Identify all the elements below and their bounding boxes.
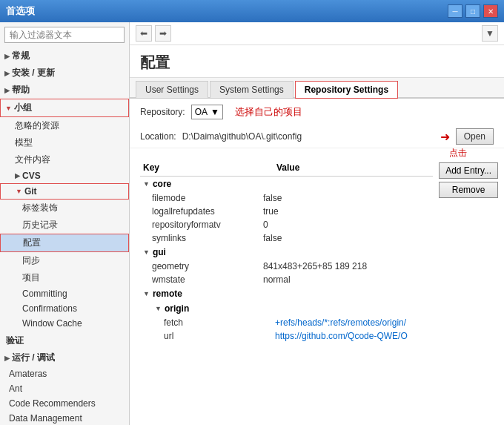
sidebar-item-code-recommenders[interactable]: Code Recommenders [0,396,129,411]
close-button[interactable]: ✕ [483,4,498,18]
row-value: https://github.com/Qcode-QWE/O [275,331,433,341]
row-value: false [263,193,433,203]
sidebar-item-amateras[interactable]: Amateras [0,366,129,381]
dropdown-arrow-icon: ▼ [210,107,219,117]
sidebar-item-config[interactable]: 配置 [0,234,129,252]
dropdown-button[interactable]: ▼ [482,25,498,42]
table-row[interactable]: url https://github.com/Qcode-QWE/O [140,329,433,343]
row-key: geometry [152,261,263,271]
click-hint-row: 点击 [130,147,504,159]
table-row[interactable]: wmstate normal [140,273,433,286]
triangle-icon: ▶ [15,172,20,179]
table-actions: Add Entry... Remove [433,159,498,425]
sidebar-item-yanzheng[interactable]: 验证 [0,332,129,349]
repo-row: Repository: OA ▼ 选择自己的项目 [130,99,504,125]
table-area: Key Value ▼ core filemode false [130,159,504,425]
row-value: 841x483+265+85 189 218 [263,261,433,271]
sidebar-item-install[interactable]: ▶ 安装 / 更新 [0,65,129,82]
sidebar-item-project[interactable]: 项目 [0,269,129,286]
sidebar-item-filecontent[interactable]: 文件内容 [0,151,129,168]
sidebar-item-xiaozu[interactable]: ▼ 小组 [0,99,129,117]
sidebar-scroll: ▶ 常规 ▶ 安装 / 更新 ▶ 帮助 ▼ 小组 忽略的资源 模型 [0,47,129,425]
back-button[interactable]: ⬅ [136,25,152,42]
add-entry-button[interactable]: Add Entry... [439,162,498,179]
triangle-icon: ▶ [4,53,10,60]
repo-select[interactable]: OA ▼ [191,105,223,119]
window-title: 首选项 [6,4,35,18]
filter-input[interactable] [4,27,125,43]
table-scroll: Key Value ▼ core filemode false [140,159,433,425]
tab-repository-settings[interactable]: Repository Settings [295,81,398,99]
sidebar-item-committing[interactable]: Committing [0,286,129,301]
sidebar-item-changgui[interactable]: ▶ 常规 [0,47,129,65]
sidebar-item-git[interactable]: ▼ Git [0,183,129,200]
sidebar-item-confirmations[interactable]: Confirmations [0,301,129,316]
table-row[interactable]: logallrefupdates true [140,205,433,218]
tab-system-settings[interactable]: System Settings [210,81,294,99]
table-row[interactable]: fetch +refs/heads/*:refs/remotes/origin/ [140,316,433,329]
row-value: true [263,206,433,217]
triangle-icon: ▶ [4,87,10,94]
open-button[interactable]: Open [456,128,494,145]
tabs-row: User Settings System Settings Repository… [130,78,504,99]
section-core[interactable]: ▼ core [140,177,433,191]
triangle-icon: ▶ [4,355,10,362]
main-layout: ▶ 常规 ▶ 安装 / 更新 ▶ 帮助 ▼ 小组 忽略的资源 模型 [0,22,504,425]
triangle-icon: ▼ [5,105,12,112]
table-with-actions: Key Value ▼ core filemode false [140,159,498,425]
row-key: filemode [152,193,263,203]
sidebar-item-model[interactable]: 模型 [0,134,129,151]
section-remote[interactable]: ▼ remote [140,286,433,301]
table-row[interactable]: filemode false [140,191,433,205]
row-key: repositoryformatv [152,220,263,230]
row-value: false [263,233,433,243]
location-row: Location: D:\Daima\github\OA\.git\config… [130,125,504,148]
content-area: ⬅ ➡ ▼ 配置 User Settings System Settings R… [130,22,504,425]
tab-user-settings[interactable]: User Settings [136,81,208,99]
triangle-icon: ▼ [16,188,22,195]
section-tri-icon: ▼ [143,180,150,188]
sidebar-item-history[interactable]: 历史记录 [0,217,129,234]
row-value: +refs/heads/*:refs/remotes/origin/ [275,317,433,328]
sidebar-item-cvs[interactable]: ▶ CVS [0,168,129,183]
sidebar-item-window-cache[interactable]: Window Cache [0,316,129,331]
arrow-icon: ➜ [440,130,450,144]
section-origin[interactable]: ▼ origin [140,301,433,316]
minimize-button[interactable]: ─ [448,4,462,18]
repo-label: Repository: [140,107,185,117]
title-bar: 首选项 ─ □ ✕ [0,0,504,22]
row-key: fetch [164,317,275,328]
section-tri-icon: ▼ [155,305,162,312]
toolbar-row: ⬅ ➡ ▼ [130,22,504,45]
content-title: 配置 [130,45,504,78]
window-controls: ─ □ ✕ [448,4,498,18]
location-label: Location: [140,131,176,142]
row-value: 0 [263,220,433,230]
repo-value: OA [195,107,208,117]
row-value: normal [263,274,433,285]
annotation-text: 选择自己的项目 [235,105,302,119]
row-key: symlinks [152,233,263,243]
forward-button[interactable]: ➡ [155,25,171,42]
table-header: Key Value [140,159,433,177]
sidebar-item-sync[interactable]: 同步 [0,252,129,269]
table-row[interactable]: geometry 841x483+265+85 189 218 [140,260,433,273]
section-tri-icon: ▼ [143,290,150,297]
remove-button[interactable]: Remove [439,182,498,198]
row-key: logallrefupdates [152,206,263,217]
sidebar-item-data-management[interactable]: Data Management [0,411,129,425]
sidebar-item-ant[interactable]: Ant [0,381,129,396]
triangle-icon: ▶ [4,70,10,77]
location-path: D:\Daima\github\OA\.git\config [182,131,434,142]
sidebar-item-help[interactable]: ▶ 帮助 [0,82,129,99]
maximize-button[interactable]: □ [465,4,480,18]
table-row[interactable]: symlinks false [140,231,433,245]
section-gui[interactable]: ▼ gui [140,245,433,260]
sidebar-item-ignore[interactable]: 忽略的资源 [0,117,129,134]
section-tri-icon: ▼ [143,248,150,256]
row-key: wmstate [152,274,263,285]
col-key-header: Key [140,162,273,173]
table-row[interactable]: repositoryformatv 0 [140,218,433,231]
sidebar-item-tag-decor[interactable]: 标签装饰 [0,200,129,217]
sidebar-item-run-debug[interactable]: ▶ 运行 / 调试 [0,349,129,366]
